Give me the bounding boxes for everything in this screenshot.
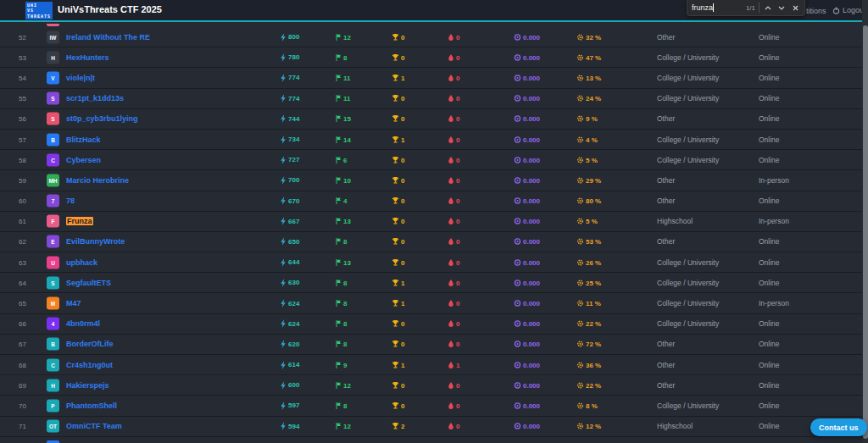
table-row[interactable]: 67 B BorderOfLife 620 8 0 0 0.000 72 % O…	[0, 335, 868, 355]
blood-drop-icon	[448, 423, 454, 430]
team-name-link[interactable]: scr1pt_k1dd13s	[66, 94, 124, 102]
team-name-link[interactable]: BorderOfLife	[66, 340, 114, 348]
table-row[interactable]: 52 IW Ireland Without The RE 800 12 0 0 …	[0, 27, 868, 47]
trophies-cell: 1	[392, 74, 404, 81]
table-row[interactable]: 60 7 78 670 4 0 0 0.000 80 % Other Onlin…	[0, 191, 868, 212]
rating-cell: 0.000	[514, 115, 540, 123]
lightning-icon	[280, 74, 287, 82]
table-row[interactable]: 62 E EvilBunnyWrote 650 8 0 0 0.000 53 %…	[0, 232, 868, 252]
target-icon	[514, 401, 521, 409]
contact-us-button[interactable]: Contact us	[810, 418, 867, 436]
status-label: Online	[759, 33, 780, 42]
lightning-icon	[280, 381, 287, 390]
table-row[interactable]: 58 C Cybersen 727 6 0 0 0.000 5 % Colleg…	[0, 150, 868, 170]
table-row[interactable]: 70 P PhantomShell 597 8 0 0 0.000 8 % Co…	[0, 396, 868, 416]
status-label: Online	[759, 114, 780, 123]
table-row[interactable]: 61 F Frunza 667 13 0 0 0.000 5 % Highsch…	[0, 212, 868, 232]
gear-icon	[576, 279, 584, 286]
status-label: Online	[759, 197, 780, 205]
lightning-icon	[280, 53, 287, 62]
first-bloods-cell: 0	[448, 381, 459, 389]
scrollbar-thumb[interactable]	[863, 25, 868, 439]
rank-label: 61	[19, 218, 26, 225]
table-row[interactable]: 69 H Hakierspejs 600 12 0 0 0.000 22 % O…	[0, 375, 868, 396]
team-name-link[interactable]: M47	[66, 299, 81, 307]
flag-icon	[335, 279, 342, 286]
first-bloods-cell: 1	[448, 361, 459, 368]
trophies-cell: 1	[392, 361, 404, 368]
page-title: UniVsThreats CTF 2025	[58, 4, 162, 14]
team-name-link[interactable]: 4bn0rm4l	[66, 319, 100, 328]
team-name-link[interactable]: 78	[66, 197, 75, 205]
table-row[interactable]: 68 C Cr4sh1ng0ut 614 9 1 1 0.000 36 % Ot…	[0, 355, 868, 375]
trophies-cell: 0	[392, 33, 404, 41]
team-name-link[interactable]: viole|n|t	[66, 74, 95, 82]
flags-cell: 8	[335, 300, 347, 307]
status-label: Online	[759, 422, 780, 430]
table-row[interactable]: 64 S SegfaultETS 630 8 1 0 0.000 25 % Co…	[0, 273, 868, 293]
close-icon	[793, 5, 798, 11]
logout-button[interactable]: Logout	[832, 6, 866, 14]
status-label: Online	[759, 136, 780, 144]
team-name-link[interactable]: BlitzHack	[66, 136, 101, 144]
team-name-link[interactable]: Marcio Herobrine	[66, 176, 129, 185]
team-name-link[interactable]: Frunza	[66, 217, 93, 225]
flag-icon	[335, 258, 342, 266]
team-name-link[interactable]: Cybersen	[66, 156, 101, 164]
table-row[interactable]: 55 S scr1pt_k1dd13s 774 11 0 0 0.000 24 …	[0, 89, 868, 109]
team-name-link[interactable]: PhantomShell	[66, 401, 117, 410]
team-name-link[interactable]: OmniCTF Team	[66, 422, 122, 430]
status-label: Online	[759, 53, 780, 62]
univsthreats-logo[interactable]: UNI VS THREATS	[25, 2, 53, 19]
nav-competitions-partial[interactable]: titions	[806, 7, 826, 15]
flags-cell: 9	[335, 361, 347, 368]
first-bloods-cell: 0	[448, 279, 459, 286]
table-row[interactable]: 54 V viole|n|t 774 11 1 0 0.000 13 % Col…	[0, 68, 868, 88]
rating-cell: 0.000	[514, 218, 540, 225]
rating-cell: 0.000	[514, 176, 540, 184]
category-label: Other	[657, 361, 675, 369]
status-label: Online	[759, 381, 780, 390]
target-icon	[514, 53, 521, 61]
score-cell: 670	[280, 197, 299, 205]
team-name-link[interactable]: Hakierspejs	[66, 381, 109, 390]
target-icon	[514, 74, 521, 81]
find-previous-button[interactable]	[763, 2, 773, 14]
target-icon	[514, 320, 521, 328]
solve-percent-cell: 80 %	[576, 197, 601, 205]
team-name-link[interactable]: Ireland Without The RE	[66, 33, 150, 42]
score-cell: 620	[280, 340, 299, 348]
rating-cell: 0.000	[514, 381, 540, 389]
table-row[interactable]: 71 OT OmniCTF Team 594 12 2 0 0.000 12 %…	[0, 417, 868, 437]
table-row[interactable]: 53 H HexHunters 780 8 0 0 0.000 47 % Col…	[0, 47, 868, 68]
flag-icon	[335, 320, 342, 328]
team-name-link[interactable]: HexHunters	[66, 53, 109, 62]
table-row[interactable]: 63 U upbhack 644 13 0 0 0.000 26 % Colle…	[0, 252, 868, 273]
category-label: College / University	[657, 74, 719, 82]
solve-percent-cell: 5 %	[576, 218, 598, 225]
find-next-button[interactable]	[776, 2, 787, 14]
lightning-icon	[280, 156, 287, 164]
table-row[interactable]: 57 B BlitzHack 734 14 1 0 0.000 4 % Coll…	[0, 130, 868, 150]
status-label: In-person	[759, 176, 789, 185]
find-close-button[interactable]	[790, 2, 800, 14]
team-name-link[interactable]: Cr4sh1ng0ut	[66, 361, 113, 369]
flags-cell: 11	[335, 74, 350, 81]
team-name-link[interactable]: SegfaultETS	[66, 279, 111, 287]
trophy-icon	[392, 361, 399, 368]
table-row[interactable]: 56 S st0p_cyb3rbu1lying 744 15 0 0 0.000…	[0, 109, 868, 130]
scrollbar-track[interactable]	[862, 0, 868, 443]
flag-icon	[335, 300, 342, 307]
team-name-link[interactable]: upbhack	[66, 258, 97, 267]
find-input[interactable]: frunza	[692, 3, 714, 13]
solve-percent-cell: 22 %	[576, 381, 601, 389]
team-name-link[interactable]: EvilBunnyWrote	[66, 237, 125, 246]
flag-icon	[335, 95, 342, 102]
text-caret	[713, 3, 714, 12]
table-row[interactable]: 65 M M47 624 8 1 0 0.000 11 % College / …	[0, 293, 868, 313]
team-name-link[interactable]: st0p_cyb3rbu1lying	[66, 114, 138, 123]
rank-label: 67	[19, 341, 26, 348]
table-row[interactable]: 66 4 4bn0rm4l 624 8 0 0 0.000 22 % Colle…	[0, 314, 868, 335]
solve-percent-cell: 5 %	[576, 156, 598, 163]
table-row[interactable]: 59 MH Marcio Herobrine 700 10 0 0 0.000 …	[0, 170, 868, 191]
